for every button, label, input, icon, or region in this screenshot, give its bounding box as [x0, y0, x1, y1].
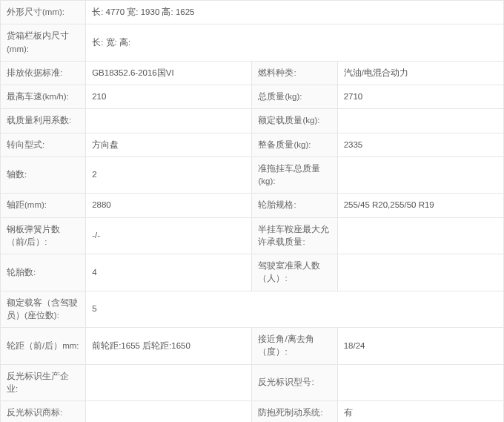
- spec-value: [86, 364, 252, 401]
- spec-value: -/-: [86, 217, 252, 254]
- spec-value: 方向盘: [86, 133, 252, 156]
- spec-value: [337, 109, 503, 133]
- spec-label: 排放依据标准:: [1, 61, 86, 85]
- spec-value: 有: [337, 401, 503, 423]
- spec-label: 载质量利用系数:: [1, 109, 86, 133]
- spec-label: 轮胎规格:: [252, 194, 337, 217]
- spec-row: 转向型式:方向盘整备质量(kg):2335: [1, 133, 504, 156]
- spec-label: 准拖挂车总质量(kg):: [252, 156, 337, 194]
- spec-row: 最高车速(km/h):210总质量(kg):2710: [1, 85, 504, 109]
- spec-value: 2335: [337, 133, 503, 156]
- spec-label: 反光标识型号:: [252, 364, 337, 401]
- spec-label: 燃料种类:: [252, 61, 337, 85]
- spec-label: 半挂车鞍座最大允许承载质量:: [252, 217, 337, 254]
- spec-label: 货箱栏板内尺寸(mm):: [1, 24, 86, 62]
- spec-row: 货箱栏板内尺寸(mm):长: 宽: 高:: [1, 24, 504, 62]
- spec-label: 防抱死制动系统:: [252, 401, 337, 423]
- spec-row: 额定载客（含驾驶员）(座位数):5: [1, 291, 504, 328]
- spec-value: [337, 364, 503, 401]
- spec-label: 总质量(kg):: [252, 85, 337, 109]
- spec-label: 外形尺寸(mm):: [1, 1, 86, 24]
- spec-value: 前轮距:1655 后轮距:1650: [86, 328, 252, 365]
- spec-row: 载质量利用系数:额定载质量(kg):: [1, 109, 504, 133]
- spec-label: 轴距(mm):: [1, 194, 86, 217]
- spec-value: GB18352.6-2016国VI: [86, 61, 252, 85]
- spec-table: 外形尺寸(mm):长: 4770 宽: 1930 高: 1625货箱栏板内尺寸(…: [0, 0, 504, 422]
- spec-label: 额定载质量(kg):: [252, 109, 337, 133]
- spec-label: 驾驶室准乘人数（人）:: [252, 254, 337, 291]
- spec-label: 整备质量(kg):: [252, 133, 337, 156]
- spec-value: [337, 156, 503, 194]
- spec-label: 反光标识商标:: [1, 401, 86, 423]
- spec-label: 最高车速(km/h):: [1, 85, 86, 109]
- spec-row: 轴数:2准拖挂车总质量(kg):: [1, 156, 504, 194]
- spec-row: 轴距(mm):2880轮胎规格:255/45 R20,255/50 R19: [1, 194, 504, 217]
- spec-row: 反光标识生产企业:反光标识型号:: [1, 364, 504, 401]
- spec-value: [337, 217, 503, 254]
- spec-value: 255/45 R20,255/50 R19: [337, 194, 503, 217]
- spec-label: 轮距（前/后）mm:: [1, 328, 86, 365]
- spec-value: [86, 109, 252, 133]
- spec-value: 210: [86, 85, 252, 109]
- spec-label: 反光标识生产企业:: [1, 364, 86, 401]
- spec-value: 4: [86, 254, 252, 291]
- spec-label: 轮胎数:: [1, 254, 86, 291]
- spec-label: 接近角/离去角（度）:: [252, 328, 337, 365]
- spec-row: 排放依据标准:GB18352.6-2016国VI燃料种类:汽油/电混合动力: [1, 61, 504, 85]
- spec-row: 反光标识商标:防抱死制动系统:有: [1, 401, 504, 423]
- spec-value: [86, 401, 252, 423]
- spec-label: 轴数:: [1, 156, 86, 194]
- spec-value: 2710: [337, 85, 503, 109]
- spec-value: 长: 4770 宽: 1930 高: 1625: [86, 1, 504, 24]
- spec-value: 长: 宽: 高:: [86, 24, 504, 62]
- spec-label: 钢板弹簧片数（前/后）:: [1, 217, 86, 254]
- spec-row: 外形尺寸(mm):长: 4770 宽: 1930 高: 1625: [1, 1, 504, 24]
- spec-label: 额定载客（含驾驶员）(座位数):: [1, 291, 86, 328]
- spec-value: 汽油/电混合动力: [337, 61, 503, 85]
- spec-value: 2880: [86, 194, 252, 217]
- spec-value: 2: [86, 156, 252, 194]
- spec-value: [337, 254, 503, 291]
- spec-value: 5: [86, 291, 504, 328]
- spec-label: 转向型式:: [1, 133, 86, 156]
- spec-row: 钢板弹簧片数（前/后）:-/-半挂车鞍座最大允许承载质量:: [1, 217, 504, 254]
- spec-row: 轮胎数:4驾驶室准乘人数（人）:: [1, 254, 504, 291]
- spec-row: 轮距（前/后）mm:前轮距:1655 后轮距:1650接近角/离去角（度）:18…: [1, 328, 504, 365]
- spec-value: 18/24: [337, 328, 503, 365]
